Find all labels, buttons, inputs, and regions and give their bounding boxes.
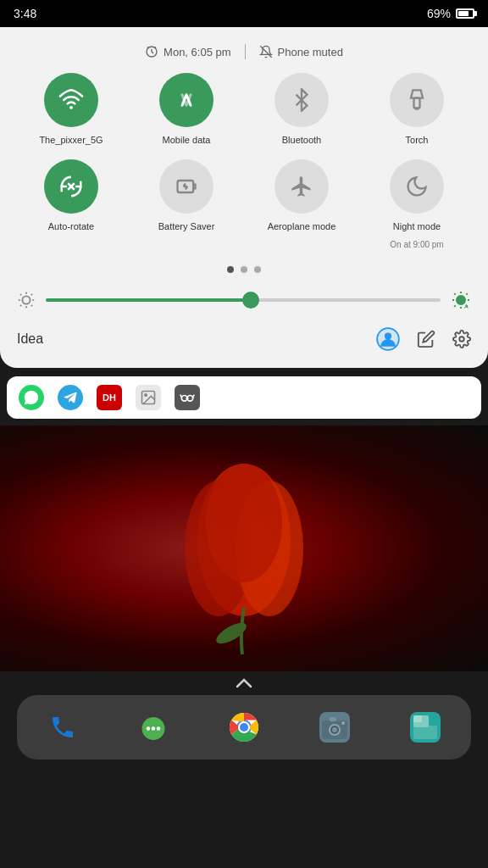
info-bar: Mon, 6:05 pm Phone muted [17,37,471,73]
tile-circle-bluetooth [274,73,329,127]
tile-label-auto-rotate: Auto-rotate [48,220,94,232]
tile-wifi[interactable]: The_pixxer_5G [17,73,125,146]
datetime-item: Mon, 6:05 pm [145,45,231,58]
brightness-slider[interactable] [46,298,441,302]
night-mode-icon [405,175,429,198]
user-actions [376,327,471,351]
dh-label: DH [103,392,116,403]
tile-label-battery-saver: Battery Saver [158,220,215,232]
dock-chrome[interactable] [222,705,266,749]
app-icon-dh[interactable]: DH [97,385,122,410]
tile-circle-auto-rotate [44,159,98,214]
user-name: Idea [17,331,43,347]
notification-bar: DH [7,376,481,419]
brightness-high-icon: A [451,290,471,310]
tile-label-night-mode: Night mode [393,220,441,232]
svg-rect-63 [413,715,422,722]
svg-line-13 [20,293,21,294]
chrome-icon [229,712,259,743]
quick-settings-panel: Mon, 6:05 pm Phone muted [0,27,488,368]
tile-torch[interactable]: Torch [363,73,471,146]
wallpaper-area [0,426,488,671]
dock-messages[interactable] [131,705,175,749]
battery-percent: 69% [427,7,451,20]
tile-label-mobile-data: Mobile data [163,134,211,146]
svg-point-44 [214,619,250,648]
dock [17,695,471,760]
svg-point-34 [145,393,147,396]
svg-line-18 [31,293,32,294]
dock-files[interactable] [403,705,447,749]
status-time: 3:48 [14,7,36,20]
svg-point-47 [152,726,156,731]
brightness-low-icon [17,291,36,309]
dock-phone[interactable] [41,705,85,749]
tiles-grid: The_pixxer_5G Mobile data Bluetooth [17,73,471,263]
svg-line-14 [31,304,32,305]
dot-2 [241,266,247,273]
arrow-up-row [0,671,488,695]
tile-label-aeroplane: Aeroplane mode [268,220,336,232]
dock-camera[interactable] [313,705,357,749]
brightness-row: A [17,287,471,324]
tile-label-wifi: The_pixxer_5G [39,134,103,146]
svg-line-27 [466,293,467,294]
camera-icon [319,712,350,743]
tile-auto-rotate[interactable]: Auto-rotate [17,159,125,248]
svg-line-26 [454,305,455,306]
torch-icon [405,88,429,112]
edit-button[interactable] [417,330,435,348]
svg-rect-58 [330,717,336,721]
pagination-dots [17,263,471,287]
app-icon-whatsapp[interactable] [19,385,44,410]
phone-icon [49,714,76,741]
wallpaper-tulip [151,438,337,659]
mute-icon [259,45,273,58]
messages-icon [138,712,169,743]
status-bar-right: 69% [427,7,474,20]
svg-rect-3 [414,98,420,108]
tile-circle-torch [390,73,444,127]
gallery-icon [140,389,157,406]
tile-sublabel-night-mode: On at 9:00 pm [390,240,443,249]
tile-bluetooth[interactable]: Bluetooth [247,73,356,146]
svg-point-52 [240,723,248,732]
battery-icon [456,8,474,19]
tile-night-mode[interactable]: Night mode On at 9:00 pm [363,159,471,248]
alarm-icon [145,45,158,58]
svg-point-48 [157,726,161,731]
tile-circle-wifi [44,73,98,127]
tile-circle-aeroplane [274,159,329,214]
tile-circle-mobile-data [159,73,214,127]
tile-battery-saver[interactable]: Battery Saver [132,159,241,248]
svg-text:A: A [464,303,469,309]
settings-button[interactable] [452,330,471,348]
files-icon [410,712,441,743]
svg-point-43 [206,464,282,582]
app-icon-detective[interactable] [175,385,200,410]
app-icon-telegram[interactable] [58,385,83,410]
phone-muted-item: Phone muted [259,45,343,58]
svg-point-46 [147,726,151,731]
svg-rect-61 [413,726,437,739]
whatsapp-icon [23,389,40,406]
datetime-text: Mon, 6:05 pm [164,46,231,58]
user-row: Idea [17,324,471,351]
edit-icon [417,330,435,348]
detective-icon [179,389,196,406]
settings-icon [452,330,471,348]
tile-mobile-data[interactable]: Mobile data [132,73,241,146]
tile-circle-battery-saver [159,159,214,214]
battery-saver-icon [175,175,198,198]
svg-point-57 [332,727,337,732]
aeroplane-icon [290,175,313,198]
user-avatar-button[interactable] [376,327,400,351]
avatar-icon [376,327,400,351]
dot-1 [227,266,234,273]
svg-line-17 [20,304,21,305]
tile-circle-night-mode [390,159,444,214]
app-icon-gallery[interactable] [136,385,161,410]
tile-aeroplane[interactable]: Aeroplane mode [247,159,356,248]
bluetooth-icon [290,88,313,112]
arrow-up-icon [234,676,254,690]
